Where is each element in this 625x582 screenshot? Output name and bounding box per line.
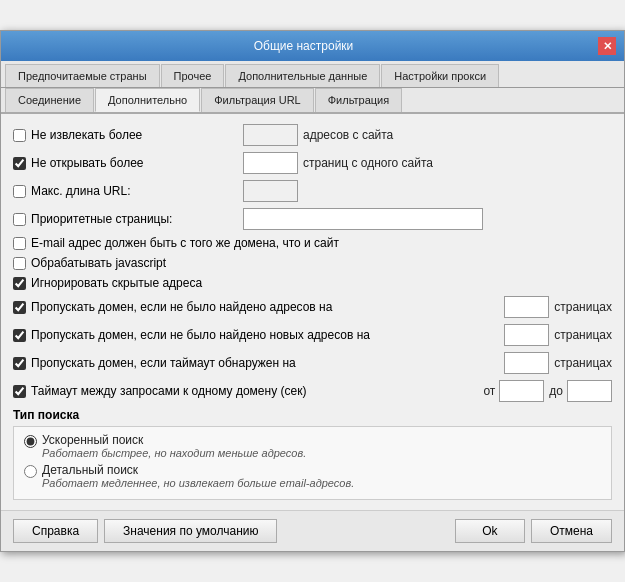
max-url-label[interactable]: Макс. длина URL:	[13, 184, 243, 198]
close-button[interactable]: ✕	[598, 37, 616, 55]
search-type-section-label: Тип поиска	[13, 408, 612, 422]
tabs-row-2: Соединение Дополнительно Фильтрация URL …	[1, 88, 624, 114]
priority-pages-value[interactable]: contact feedback	[243, 208, 483, 230]
skip-domain1-label[interactable]: Пропускать домен, если не было найдено а…	[13, 300, 504, 314]
window-title: Общие настройки	[9, 39, 598, 53]
search-type-group: Ускоренный поиск Работает быстрее, но на…	[13, 426, 612, 500]
footer-left: Справка Значения по умолчанию	[13, 519, 277, 543]
detailed-search-row: Детальный поиск Работает медленнее, но и…	[24, 463, 601, 489]
ignore-hidden-checkbox[interactable]	[13, 277, 26, 290]
fast-search-label: Ускоренный поиск	[42, 433, 306, 447]
max-url-value[interactable]: 128	[243, 180, 298, 202]
process-js-checkbox[interactable]	[13, 257, 26, 270]
not-open-text: Не открывать более	[31, 156, 144, 170]
max-url-row: Макс. длина URL: 128	[13, 180, 612, 202]
timeout-from-label: от	[483, 384, 495, 398]
content-area: Не извлекать более 10000 адресов с сайта…	[1, 114, 624, 510]
ignore-hidden-text: Игнорировать скрытые адреса	[31, 276, 202, 290]
process-js-text: Обрабатывать javascript	[31, 256, 166, 270]
not-extract-label[interactable]: Не извлекать более	[13, 128, 243, 142]
tabs-row-1: Предпочитаемые страны Прочее Дополнитель…	[1, 61, 624, 88]
detailed-search-radio[interactable]	[24, 465, 37, 478]
skip-domain3-row: Пропускать домен, если таймаут обнаружен…	[13, 352, 612, 374]
max-url-text: Макс. длина URL:	[31, 184, 131, 198]
timeout-checkbox[interactable]	[13, 385, 26, 398]
not-extract-row: Не извлекать более 10000 адресов с сайта	[13, 124, 612, 146]
email-domain-checkbox[interactable]	[13, 237, 26, 250]
defaults-button[interactable]: Значения по умолчанию	[104, 519, 277, 543]
tab-filter[interactable]: Фильтрация	[315, 88, 402, 112]
cancel-button[interactable]: Отмена	[531, 519, 612, 543]
not-extract-checkbox[interactable]	[13, 129, 26, 142]
skip-domain2-text: Пропускать домен, если не было найдено н…	[31, 328, 370, 342]
tab-advanced[interactable]: Дополнительно	[95, 88, 200, 112]
not-extract-text: Не извлекать более	[31, 128, 142, 142]
skip-domain3-suffix: страницах	[554, 356, 612, 370]
email-domain-text: E-mail адрес должен быть с того же домен…	[31, 236, 339, 250]
skip-domain1-checkbox[interactable]	[13, 301, 26, 314]
help-button[interactable]: Справка	[13, 519, 98, 543]
timeout-to-value[interactable]: 5	[567, 380, 612, 402]
footer: Справка Значения по умолчанию Ok Отмена	[1, 510, 624, 551]
ignore-hidden-label[interactable]: Игнорировать скрытые адреса	[13, 276, 202, 290]
skip-domain2-label[interactable]: Пропускать домен, если не было найдено н…	[13, 328, 504, 342]
timeout-text: Таймаут между запросами к одному домену …	[31, 384, 306, 398]
tab-proxy-settings[interactable]: Настройки прокси	[381, 64, 499, 87]
tab-other[interactable]: Прочее	[161, 64, 225, 87]
priority-pages-text: Приоритетные страницы:	[31, 212, 172, 226]
tab-additional-data[interactable]: Дополнительные данные	[225, 64, 380, 87]
not-extract-value[interactable]: 10000	[243, 124, 298, 146]
email-domain-label[interactable]: E-mail адрес должен быть с того же домен…	[13, 236, 339, 250]
tab-url-filter[interactable]: Фильтрация URL	[201, 88, 314, 112]
not-extract-suffix: адресов с сайта	[303, 128, 393, 142]
fast-search-row: Ускоренный поиск Работает быстрее, но на…	[24, 433, 601, 459]
tab-connection[interactable]: Соединение	[5, 88, 94, 112]
max-url-checkbox[interactable]	[13, 185, 26, 198]
skip-domain1-text: Пропускать домен, если не было найдено а…	[31, 300, 332, 314]
not-open-row: Не открывать более 3 страниц с одного са…	[13, 152, 612, 174]
fast-search-label-block: Ускоренный поиск Работает быстрее, но на…	[42, 433, 306, 459]
email-domain-row: E-mail адрес должен быть с того же домен…	[13, 236, 612, 250]
skip-domain2-suffix: страницах	[554, 328, 612, 342]
ok-button[interactable]: Ok	[455, 519, 525, 543]
process-js-row: Обрабатывать javascript	[13, 256, 612, 270]
detailed-search-sub: Работает медленнее, но извлекает больше …	[42, 477, 354, 489]
timeout-label[interactable]: Таймаут между запросами к одному домену …	[13, 384, 478, 398]
skip-domain1-value[interactable]: 20	[504, 296, 549, 318]
skip-domain3-checkbox[interactable]	[13, 357, 26, 370]
priority-pages-label[interactable]: Приоритетные страницы:	[13, 212, 243, 226]
fast-search-sub: Работает быстрее, но находит меньше адре…	[42, 447, 306, 459]
skip-domain1-row: Пропускать домен, если не было найдено а…	[13, 296, 612, 318]
timeout-from-value[interactable]: 5	[499, 380, 544, 402]
skip-domain3-label[interactable]: Пропускать домен, если таймаут обнаружен…	[13, 356, 504, 370]
title-bar: Общие настройки ✕	[1, 31, 624, 61]
fast-search-radio[interactable]	[24, 435, 37, 448]
not-open-suffix: страниц с одного сайта	[303, 156, 433, 170]
skip-domain2-value[interactable]: 50	[504, 324, 549, 346]
not-open-checkbox[interactable]	[13, 157, 26, 170]
timeout-row: Таймаут между запросами к одному домену …	[13, 380, 612, 402]
process-js-label[interactable]: Обрабатывать javascript	[13, 256, 166, 270]
skip-domain3-value[interactable]: 3	[504, 352, 549, 374]
priority-pages-checkbox[interactable]	[13, 213, 26, 226]
skip-domain2-checkbox[interactable]	[13, 329, 26, 342]
skip-domain3-text: Пропускать домен, если таймаут обнаружен…	[31, 356, 296, 370]
detailed-search-label-block: Детальный поиск Работает медленнее, но и…	[42, 463, 354, 489]
timeout-to-label: до	[549, 384, 563, 398]
skip-domain1-suffix: страницах	[554, 300, 612, 314]
footer-right: Ok Отмена	[455, 519, 612, 543]
priority-pages-row: Приоритетные страницы: contact feedback	[13, 208, 612, 230]
not-open-label[interactable]: Не открывать более	[13, 156, 243, 170]
detailed-search-label: Детальный поиск	[42, 463, 354, 477]
ignore-hidden-row: Игнорировать скрытые адреса	[13, 276, 612, 290]
main-window: Общие настройки ✕ Предпочитаемые страны …	[0, 30, 625, 552]
tab-preferred-countries[interactable]: Предпочитаемые страны	[5, 64, 160, 87]
skip-domain2-row: Пропускать домен, если не было найдено н…	[13, 324, 612, 346]
not-open-value[interactable]: 3	[243, 152, 298, 174]
